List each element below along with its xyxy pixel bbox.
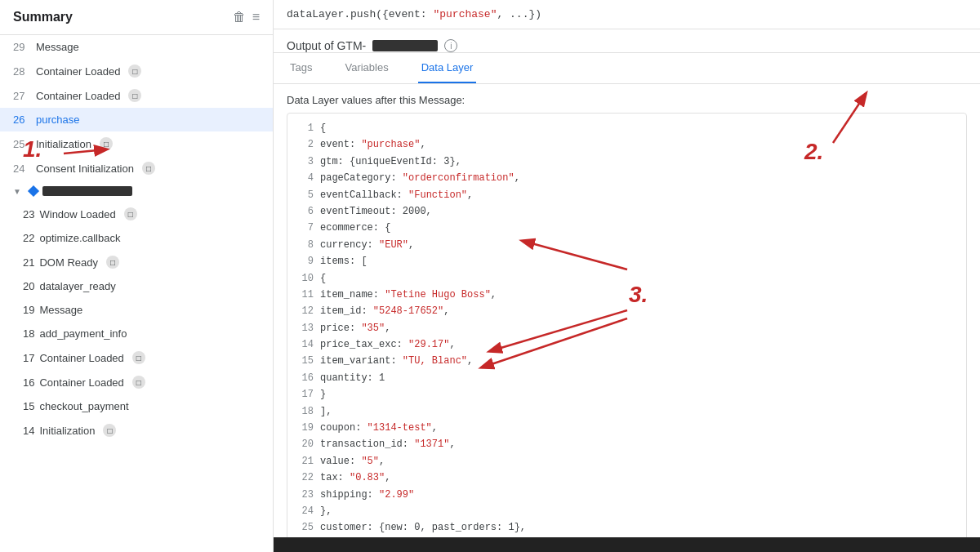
filter-icon[interactable]: ≡	[252, 10, 260, 24]
main-panel: dataLayer.push({event: "purchase", ...})…	[274, 0, 980, 552]
code-line-19: 19 coupon: "1314-test",	[297, 420, 956, 436]
code-line-18: 18 ],	[297, 403, 956, 420]
item-label: Message	[36, 41, 79, 53]
item-num: 15	[23, 400, 34, 412]
code-line-13: 13 price: "35",	[297, 320, 956, 336]
code-line-12: 12 item_id: "5248-17652",	[297, 303, 956, 319]
collapse-arrow-icon: ▼	[13, 187, 21, 196]
item-num: 20	[23, 280, 34, 292]
item-num: 22	[23, 232, 34, 244]
item-label: optimize.callback	[39, 232, 120, 244]
sidebar-header-icons: 🗑 ≡	[233, 10, 260, 24]
item-num: 16	[23, 376, 34, 389]
code-line-16: 16 quantity: 1	[297, 370, 956, 386]
code-line-1: 1{	[297, 120, 956, 136]
sidebar-group-toggle[interactable]: ▼	[0, 180, 273, 202]
code-block: 1{ 2 event: "purchase", 3 gtm: {uniqueEv…	[287, 113, 967, 537]
item-num: 28	[13, 65, 31, 78]
top-bar: dataLayer.push({event: "purchase", ...})	[274, 0, 980, 29]
sidebar-item-24-consent[interactable]: 24 Consent Initialization □	[0, 156, 273, 180]
code-line-6: 6 eventTimeout: 2000,	[297, 203, 956, 220]
item-num: 18	[23, 327, 34, 340]
code-line-25: 25 customer: {new: 0, past_orders: 1},	[297, 519, 956, 536]
code-line-10: 10 {	[297, 270, 956, 287]
info-icon[interactable]: i	[444, 39, 457, 52]
code-line-14: 14 price_tax_exc: "29.17",	[297, 336, 956, 353]
badge: □	[128, 89, 141, 102]
item-label: purchase	[36, 114, 79, 126]
code-line-15: 15 item_variant: "TU, Blanc",	[297, 353, 956, 369]
sidebar-item-22-optimize[interactable]: 22 optimize.callback	[0, 226, 273, 250]
item-label: Initialization	[36, 138, 91, 150]
sidebar-item-27-container[interactable]: 27 Container Loaded □	[0, 83, 273, 108]
sidebar-item-28-container[interactable]: 28 Container Loaded □	[0, 59, 273, 83]
code-line-9: 9 items: [	[297, 253, 956, 269]
code-line-4: 4 pageCategory: "orderconfirmation",	[297, 170, 956, 186]
sidebar-item-18-payment[interactable]: 18 add_payment_info	[0, 322, 273, 345]
sidebar-item-19-message[interactable]: 19 Message	[0, 298, 273, 322]
code-line-8: 8 currency: "EUR",	[297, 237, 956, 253]
sidebar: Summary 🗑 ≡ 29 Message 28 Container Load…	[0, 0, 274, 552]
code-line-3: 3 gtm: {uniqueEventId: 3},	[297, 154, 956, 170]
code-line-11: 11 item_name: "Tetine Hugo Boss",	[297, 287, 956, 303]
tabs-row: Tags Variables Data Layer	[274, 53, 980, 84]
datalayer-push-code: dataLayer.push({event: "purchase", ...})	[287, 8, 541, 20]
item-num: 23	[23, 208, 34, 220]
item-label: datalayer_ready	[39, 280, 115, 292]
item-num: 29	[13, 41, 31, 53]
code-line-22: 22 tax: "0.83",	[297, 470, 956, 486]
sidebar-item-16-container[interactable]: 16 Container Loaded □	[0, 370, 273, 394]
sidebar-header: Summary 🗑 ≡	[0, 0, 273, 35]
sidebar-item-23-window[interactable]: 23 Window Loaded □	[0, 202, 273, 226]
item-label: Container Loaded	[36, 90, 120, 102]
delete-icon[interactable]: 🗑	[233, 10, 246, 24]
item-num: 21	[23, 256, 34, 269]
tab-data-layer[interactable]: Data Layer	[418, 53, 477, 83]
tab-variables[interactable]: Variables	[341, 53, 391, 83]
item-label: add_payment_info	[39, 327, 127, 340]
output-label: Output of GTM-	[287, 39, 366, 52]
badge: □	[106, 256, 119, 269]
sidebar-item-26-purchase[interactable]: 26 purchase	[0, 108, 273, 131]
code-line-17: 17 }	[297, 386, 956, 403]
badge: □	[128, 65, 141, 78]
gtm-id-redacted	[372, 40, 438, 51]
sidebar-title: Summary	[13, 10, 73, 24]
event-value: "purchase"	[433, 8, 497, 20]
sidebar-item-21-dom[interactable]: 21 DOM Ready □	[0, 250, 273, 274]
code-panel[interactable]: 1{ 2 event: "purchase", 3 gtm: {uniqueEv…	[274, 113, 980, 537]
code-line-7: 7 ecommerce: {	[297, 220, 956, 236]
badge: □	[124, 207, 137, 220]
code-line-24: 24 },	[297, 503, 956, 519]
item-num: 17	[23, 352, 34, 364]
badge: □	[142, 162, 155, 175]
badge: □	[100, 137, 113, 150]
badge: □	[132, 351, 145, 364]
item-label: Message	[39, 304, 82, 316]
item-num: 27	[13, 90, 31, 102]
redacted-id	[42, 186, 132, 196]
sidebar-item-15-checkout[interactable]: 15 checkout_payment	[0, 394, 273, 418]
tab-tags[interactable]: Tags	[287, 53, 315, 83]
item-label: Container Loaded	[39, 376, 123, 389]
item-label: Consent Initialization	[36, 162, 134, 175]
code-line-21: 21 value: "5",	[297, 453, 956, 470]
code-line-23: 23 shipping: "2.99"	[297, 487, 956, 503]
code-line-5: 5 eventCallback: "Function",	[297, 187, 956, 203]
sidebar-item-14-init[interactable]: 14 Initialization □	[0, 418, 273, 443]
code-line-2: 2 event: "purchase",	[297, 136, 956, 153]
item-label: Container Loaded	[39, 352, 123, 364]
output-title: Data Layer values after this Message:	[274, 84, 980, 113]
item-label: checkout_payment	[39, 400, 128, 412]
code-line-20: 20 transaction_id: "1371",	[297, 436, 956, 452]
item-num: 25	[13, 138, 31, 150]
badge: □	[132, 376, 145, 389]
item-num: 19	[23, 304, 34, 316]
diamond-icon	[28, 185, 39, 197]
sidebar-item-17-container[interactable]: 17 Container Loaded □	[0, 345, 273, 370]
item-num: 24	[13, 162, 31, 175]
sidebar-item-29-message[interactable]: 29 Message	[0, 35, 273, 59]
item-label: Initialization	[39, 425, 95, 437]
sidebar-item-20-datalayer[interactable]: 20 datalayer_ready	[0, 274, 273, 298]
sidebar-item-25-init[interactable]: 25 Initialization □	[0, 131, 273, 156]
